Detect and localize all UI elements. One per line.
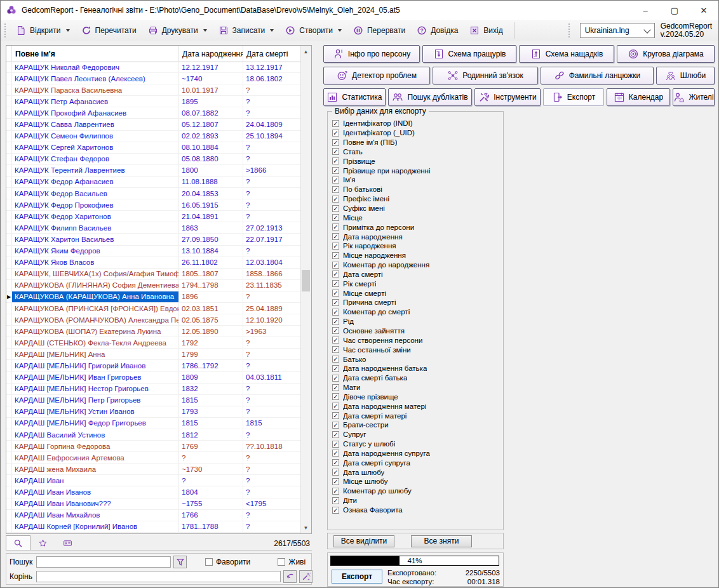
export-option[interactable]: ✓Дата народження супруга bbox=[332, 449, 501, 458]
table-row[interactable]: КАРАЩУК Филипп Васильев186327.02.1913 bbox=[6, 222, 301, 234]
checkbox-checked-icon[interactable]: ✓ bbox=[332, 403, 339, 410]
table-row[interactable]: КАРДАШ Иван Иванов1804? bbox=[6, 486, 301, 498]
table-row[interactable]: КАРАЩУК Прокофий Афанасиев08.07.1882? bbox=[6, 107, 301, 119]
maximize-button[interactable]: ▢ bbox=[660, 1, 689, 20]
tab-tools[interactable]: Інструменти bbox=[474, 88, 541, 106]
table-row[interactable]: КАРДАШ Иван?? bbox=[6, 475, 301, 486]
search-input[interactable] bbox=[36, 556, 171, 568]
tab-duplicates[interactable]: Пошук дублікатів bbox=[388, 88, 472, 106]
checkbox-checked-icon[interactable]: ✓ bbox=[332, 157, 339, 164]
export-option[interactable]: ✓Час останньої зміни bbox=[332, 345, 501, 354]
checkbox-checked-icon[interactable]: ✓ bbox=[332, 262, 339, 269]
checkbox-checked-icon[interactable]: ✓ bbox=[332, 478, 339, 485]
checkbox-checked-icon[interactable]: ✓ bbox=[332, 214, 339, 221]
export-option[interactable]: ✓Місце смерті bbox=[332, 288, 501, 298]
export-option[interactable]: ✓Причина смерті bbox=[332, 298, 501, 307]
root-input[interactable] bbox=[36, 571, 281, 582]
table-row[interactable]: КАРАЩУК Петр Афанасиев1895? bbox=[6, 96, 301, 107]
table-row[interactable]: КАРАЩУК Николай Федорович12.12.191713.12… bbox=[6, 62, 301, 73]
reload-button[interactable]: Перечитати bbox=[76, 23, 142, 38]
checkbox-checked-icon[interactable]: ✓ bbox=[332, 488, 339, 495]
checkbox-checked-icon[interactable]: ✓ bbox=[332, 120, 339, 127]
table-row[interactable]: КАРДАШ Корней [Корнилий] Иванов1781..178… bbox=[6, 521, 301, 533]
table-row[interactable]: КАРАЩУК Яким Федоров13.10.1884? bbox=[6, 246, 301, 257]
checkbox-checked-icon[interactable]: ✓ bbox=[332, 252, 339, 259]
table-row[interactable]: КАРДАШ Евфросиния Артемова?? bbox=[6, 452, 301, 464]
export-option[interactable]: ✓Примітка до персони bbox=[332, 222, 501, 232]
print-button[interactable]: Друкувати bbox=[142, 23, 213, 38]
deselect-all-button[interactable]: Все зняти bbox=[411, 535, 472, 547]
interrupt-button[interactable]: Перервати bbox=[347, 23, 411, 38]
export-option[interactable]: ✓Коментар до шлюбу bbox=[332, 486, 501, 496]
dropdown-arrow-icon[interactable] bbox=[338, 29, 342, 32]
tab-search-mode[interactable] bbox=[6, 535, 30, 550]
checkbox-checked-icon[interactable]: ✓ bbox=[332, 196, 339, 203]
save-button[interactable]: Записати bbox=[213, 23, 280, 38]
export-option[interactable]: ✓Прізвище при народженні bbox=[332, 166, 501, 175]
table-row[interactable]: КАРДАШ Иван Михайлов1766? bbox=[6, 510, 301, 521]
dropdown-arrow-icon[interactable] bbox=[66, 29, 70, 32]
tab-person-info[interactable]: iІнфо про персону bbox=[323, 45, 420, 63]
table-row[interactable]: КАРДАШ (СТЕНЬКО) Фекла-Текля Андреева179… bbox=[6, 337, 301, 349]
export-option[interactable]: ✓Дата народження матері bbox=[332, 401, 501, 411]
open-button[interactable]: Відкрити bbox=[10, 23, 76, 38]
table-row[interactable]: КАРАЩУК Яков Власов26.11.180212.03.1804 bbox=[6, 257, 301, 269]
checkbox-checked-icon[interactable]: ✓ bbox=[332, 497, 339, 504]
export-option[interactable]: ✓Коментар до народження bbox=[332, 260, 501, 270]
table-row[interactable]: КАРДАШ Иван Иванович???~1755<1795 bbox=[6, 498, 301, 510]
export-option[interactable]: ✓Дата народження bbox=[332, 232, 501, 241]
export-option[interactable]: ✓Дата смерті супруга bbox=[332, 458, 501, 467]
tab-calendar[interactable]: Календар bbox=[607, 88, 670, 106]
table-row[interactable]: КАРАЩУК Харитон Васильев27.09.185022.07.… bbox=[6, 234, 301, 245]
export-option[interactable]: ✓Дата смерті bbox=[332, 270, 501, 279]
checkbox-checked-icon[interactable]: ✓ bbox=[332, 365, 339, 372]
export-option[interactable]: ✓Рік смерті bbox=[332, 279, 501, 288]
checkbox-checked-icon[interactable]: ✓ bbox=[332, 139, 339, 146]
tab-ancestors[interactable]: Схема пращурів bbox=[422, 45, 516, 63]
checkbox-checked-icon[interactable]: ✓ bbox=[332, 507, 339, 514]
table-row[interactable]: ▶КАРАЩУКОВА (КАРАЩУКОВА) Анна Ивановна18… bbox=[6, 291, 301, 303]
checkbox-checked-icon[interactable]: ✓ bbox=[332, 271, 339, 277]
table-row[interactable]: КАРДАШ [МЕЛЬНИК] Иван Григорьев180904.03… bbox=[6, 372, 301, 384]
table-row[interactable]: КАРАЩУК Федор Прокофиев16.05.1915? bbox=[6, 199, 301, 211]
vertical-scrollbar[interactable]: ▲ ▼ bbox=[300, 46, 311, 533]
favorites-checkbox[interactable]: Фаворити bbox=[205, 558, 250, 566]
table-row[interactable]: КАРДАШ [МЕЛЬНИК] Федор Григорьев18151815 bbox=[6, 418, 301, 429]
table-row[interactable]: КАРДАШ Василий Устинов1812? bbox=[6, 429, 301, 441]
tab-family-chains[interactable]: Фамильні ланцюжки bbox=[541, 67, 654, 84]
checkbox-checked-icon[interactable]: ✓ bbox=[332, 384, 339, 391]
alive-checkbox[interactable]: Живі bbox=[278, 558, 306, 566]
scroll-down-icon[interactable]: ▼ bbox=[301, 523, 311, 533]
checkbox-checked-icon[interactable]: ✓ bbox=[332, 422, 339, 429]
tab-residents[interactable]: Жителі bbox=[673, 88, 715, 106]
export-option[interactable]: ✓Прізвище bbox=[332, 156, 501, 166]
export-option[interactable]: ✓Префікс імені bbox=[332, 194, 501, 204]
export-option[interactable]: ✓Ідентифікатор (_UID) bbox=[332, 128, 501, 138]
table-row[interactable]: КАРАЩУКОВА (ПРИНСКАЯ [ФРОНСКАЯ]) Евдокия… bbox=[6, 303, 301, 314]
export-option[interactable]: ✓Діти bbox=[332, 496, 501, 505]
column-full-name[interactable]: Повне ім'я bbox=[12, 46, 179, 62]
export-option[interactable]: ✓Коментар до смерті bbox=[332, 307, 501, 317]
export-option[interactable]: ✓Стать bbox=[332, 147, 501, 157]
table-row[interactable]: КАРАЩУК Стефан Федоров05.08.1880? bbox=[6, 154, 301, 165]
minimize-button[interactable]: – bbox=[631, 1, 660, 20]
export-button[interactable]: Експорт bbox=[332, 570, 382, 584]
checkbox-checked-icon[interactable]: ✓ bbox=[332, 450, 339, 457]
export-option[interactable]: ✓Брати-сестри bbox=[332, 420, 501, 430]
table-row[interactable]: КАРДАШ [МЕЛЬНИК] Анна1799? bbox=[6, 349, 301, 360]
export-option[interactable]: ✓Місце bbox=[332, 213, 501, 222]
table-row[interactable]: КАРДАШ [МЕЛЬНИК] Григорий Иванов1786..17… bbox=[6, 360, 301, 371]
checkbox-checked-icon[interactable]: ✓ bbox=[332, 148, 339, 155]
checkbox-checked-icon[interactable]: ✓ bbox=[332, 412, 339, 419]
checkbox-checked-icon[interactable]: ✓ bbox=[332, 290, 339, 297]
export-option[interactable]: ✓Ім'я bbox=[332, 175, 501, 185]
tab-circle-diagram[interactable]: Кругова діаграма bbox=[617, 45, 715, 63]
export-option[interactable]: ✓Дата смерті матері bbox=[332, 411, 501, 420]
table-row[interactable]: КАРАЩУК, ШЕВЧИХА(1х) София/Агафия Тимофе… bbox=[6, 269, 301, 280]
table-row[interactable]: КАРДАШ [МЕЛЬНИК] Нестор Григорьев1832? bbox=[6, 384, 301, 395]
export-option[interactable]: ✓По батькові bbox=[332, 185, 501, 194]
checkbox-checked-icon[interactable]: ✓ bbox=[332, 177, 339, 184]
checkbox-checked-icon[interactable]: ✓ bbox=[332, 205, 339, 212]
filter-button[interactable] bbox=[173, 556, 187, 568]
table-row[interactable]: КАРАЩУКОВА (ШОПА?) Екатерина Лукина12.05… bbox=[6, 326, 301, 337]
